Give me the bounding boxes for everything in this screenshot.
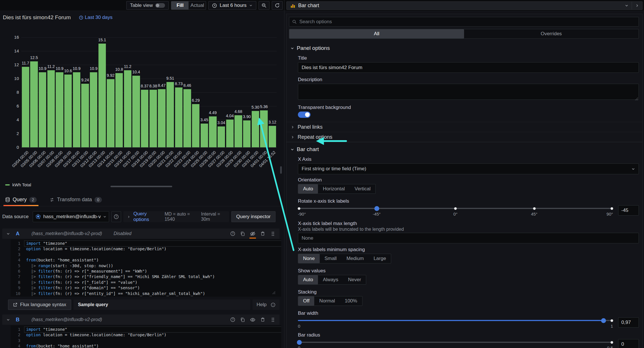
orientation-auto[interactable]: Auto [298,184,318,193]
stacking-normal[interactable]: Normal [314,296,340,306]
bar[interactable] [243,120,251,147]
bar[interactable] [175,87,183,148]
flux-code-editor-a[interactable]: 1import "timezone"2option location = tim… [11,239,281,297]
bar[interactable] [64,75,72,147]
flux-syntax-button[interactable]: Flux language syntax [8,300,71,310]
zoom-out-button[interactable] [259,1,269,10]
bar[interactable] [47,70,55,147]
panel-description-input[interactable] [298,84,639,100]
bar[interactable] [22,67,30,147]
bar[interactable] [30,61,38,147]
toggle-query-visibility-icon[interactable] [250,231,255,236]
min-spacing-small[interactable]: Small [320,254,342,263]
bar-radius-slider[interactable]: 0 0.5 [298,340,613,348]
transparent-background-toggle[interactable] [298,112,311,118]
bar[interactable] [218,126,225,147]
bar[interactable] [81,84,89,147]
tab-overrides[interactable]: Overrides [464,29,639,38]
table-view-toggle-group[interactable]: Table view [126,1,169,10]
bar-radius-value-input[interactable] [618,339,639,348]
drag-handle-icon[interactable] [270,317,276,322]
bar[interactable] [124,70,132,147]
bar[interactable] [260,110,268,147]
bar[interactable] [269,126,276,147]
section-panel-options[interactable]: Panel options [286,39,642,55]
section-bar-chart[interactable]: Bar chart [286,142,642,156]
refresh-button[interactable] [272,1,283,10]
bar[interactable] [166,82,174,147]
bar[interactable] [107,79,115,147]
flux-code-editor-b[interactable]: 1import "timezone"2option location = tim… [11,325,281,348]
tab-all[interactable]: All [289,29,464,38]
tab-query[interactable]: Query 2 [5,197,37,206]
info-circle-icon[interactable]: i [271,302,276,307]
duplicate-query-icon[interactable] [240,231,245,236]
bar[interactable] [183,89,191,147]
stacking-off[interactable]: Off [298,296,314,306]
bar[interactable] [90,72,98,147]
bar-width-slider-handle[interactable] [601,318,606,323]
max-length-input[interactable] [298,233,639,243]
bar[interactable] [56,72,63,147]
bar[interactable] [39,72,46,147]
bar[interactable] [73,72,81,147]
min-spacing-medium[interactable]: Medium [342,254,368,263]
panel-time-override[interactable]: Last 30 days [79,15,112,20]
collapse-pane-button[interactable] [632,2,642,9]
editor-resize-grip[interactable] [271,290,276,294]
bar-radius-slider-handle[interactable] [297,340,302,345]
bar[interactable] [98,44,106,147]
query-b-header[interactable]: B (hass_metriken@influxdb-v2-prod) ? [2,314,280,325]
query-a-header[interactable]: A (hass_metriken@influxdb-v2-prod) Disab… [2,228,280,239]
min-spacing-large[interactable]: Large [369,254,391,263]
fill-button[interactable]: Fill [171,1,189,9]
rotate-labels-slider[interactable]: -90° -45° 0° 45° 90° [298,206,613,216]
actual-button[interactable]: Actual [189,1,206,9]
pane-resize-handle[interactable] [110,186,172,187]
drag-handle-icon[interactable] [270,231,276,236]
query-help-icon[interactable]: ? [230,317,235,322]
bar-width-slider[interactable]: 0 1 [298,318,613,328]
stacking-100[interactable]: 100% [340,296,362,306]
bar[interactable] [234,115,242,147]
search-options-box[interactable] [289,17,639,27]
show-values-never[interactable]: Never [343,275,366,284]
help-link[interactable]: Help [257,302,267,308]
bar[interactable] [150,90,157,147]
bar-width-value-input[interactable] [618,317,639,328]
bar[interactable] [158,89,166,147]
bar[interactable] [115,73,123,147]
panel-title-input[interactable] [298,62,639,73]
section-repeat-options[interactable]: Repeat options [286,132,642,142]
bar[interactable] [201,124,208,147]
min-spacing-none[interactable]: None [298,254,320,263]
xaxis-select[interactable]: First string or time field (Time) [298,163,639,174]
bar[interactable] [132,76,140,147]
rotate-slider-handle[interactable] [374,206,379,211]
bar[interactable] [252,111,259,147]
table-view-switch[interactable] [155,3,165,8]
tab-transform-data[interactable]: Transform data 0 [49,197,102,206]
orientation-vertical[interactable]: Vertical [350,184,376,193]
datasource-picker[interactable]: hass_metriken@influxdb-v2-p [33,211,109,222]
sample-query-button[interactable]: Sample query [78,302,108,307]
delete-query-icon[interactable] [260,231,265,236]
section-panel-links[interactable]: Panel links [286,122,642,132]
time-range-picker[interactable]: Last 6 hours [208,1,256,10]
search-options-input[interactable] [299,19,636,25]
query-help-icon[interactable]: ? [230,231,235,236]
query-inspector-button[interactable]: Query inspector [231,211,276,222]
query-options-bar[interactable]: Query options MD = auto = 1540 Interval … [123,211,229,222]
bar[interactable] [192,104,200,147]
rotate-value-input[interactable] [618,205,639,216]
delete-query-icon[interactable] [260,317,265,322]
orientation-horizontal[interactable]: Horizontal [318,184,350,193]
visualization-picker[interactable]: Bar chart [286,1,643,10]
bar[interactable] [226,120,234,147]
toggle-query-visibility-icon[interactable] [250,317,255,322]
duplicate-query-icon[interactable] [240,317,245,322]
bar[interactable] [209,116,217,147]
textarea-resize-grip[interactable] [634,97,638,101]
scrollbar-thumb[interactable] [280,166,282,174]
viz-picker-chevron[interactable] [621,2,632,9]
